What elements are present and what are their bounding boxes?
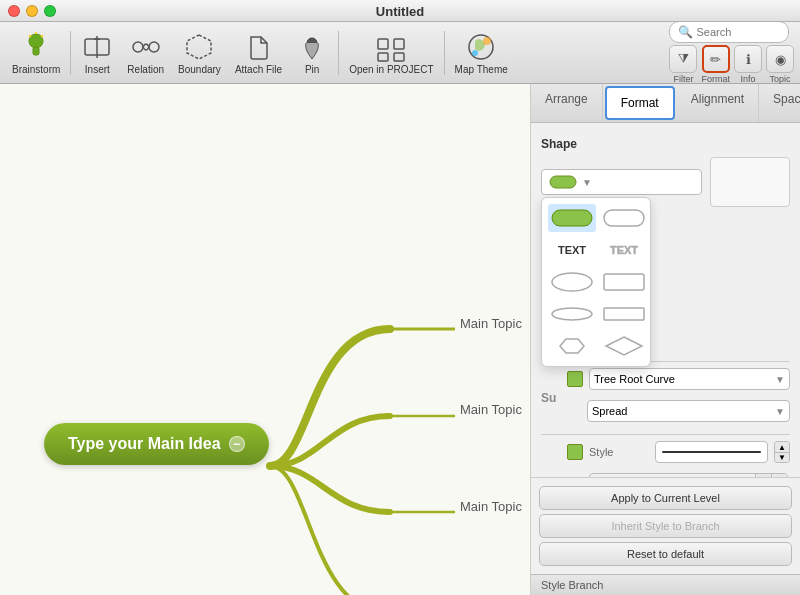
style-down-btn[interactable]: ▼ xyxy=(775,452,789,462)
style-up-btn[interactable]: ▲ xyxy=(775,442,789,452)
tab-arrange[interactable]: Arrange xyxy=(531,84,603,122)
boundary-label: Boundary xyxy=(178,64,221,75)
insert-label: Insert xyxy=(85,64,110,75)
info-button[interactable]: ℹ xyxy=(734,45,762,73)
shape-option-rect[interactable] xyxy=(600,268,648,296)
branch-2[interactable]: Main Topic xyxy=(460,402,522,417)
svg-rect-24 xyxy=(552,210,592,226)
search-icon: 🔍 xyxy=(678,25,693,39)
style-select[interactable]: Tree Root Curve ▼ xyxy=(589,368,790,390)
reset-default-btn[interactable]: Reset to default xyxy=(539,542,792,566)
minimize-button[interactable] xyxy=(26,5,38,17)
open-project-label: Open in PROJECT xyxy=(349,64,433,75)
svg-point-9 xyxy=(149,42,159,52)
toolbar-map-theme[interactable]: Map Theme xyxy=(449,29,514,77)
toolbar-open-project[interactable]: Open in PROJECT xyxy=(343,29,439,77)
svg-point-17 xyxy=(483,37,491,45)
line-color-row: Style ▲ ▼ xyxy=(567,441,790,463)
shape-option-slim-oval[interactable] xyxy=(548,300,596,328)
shape-option-slim-rect[interactable] xyxy=(600,300,648,328)
open-project-icon xyxy=(375,31,407,63)
central-node-text: Type your Main Idea xyxy=(68,435,221,453)
mindmap-svg xyxy=(0,84,530,595)
relation-label: Relation xyxy=(127,64,164,75)
svg-rect-29 xyxy=(604,308,644,320)
tab-format[interactable]: Format xyxy=(605,86,675,120)
toolbar-pin[interactable]: Pin xyxy=(290,29,334,77)
shape-row: ▼ xyxy=(541,157,790,207)
brainstorm-icon xyxy=(20,31,52,63)
apply-current-btn[interactable]: Apply to Current Level xyxy=(539,486,792,510)
svg-line-3 xyxy=(41,35,43,37)
svg-rect-1 xyxy=(33,47,39,55)
map-theme-label: Map Theme xyxy=(455,64,508,75)
svg-rect-23 xyxy=(550,176,576,188)
svg-rect-27 xyxy=(604,274,644,290)
toolbar-boundary[interactable]: Boundary xyxy=(172,29,227,77)
svg-line-2 xyxy=(29,35,31,37)
toolbar-sep-3 xyxy=(444,31,445,75)
shape-section-title: Shape xyxy=(541,137,790,151)
svg-point-26 xyxy=(552,273,592,291)
shape-option-text-outline[interactable]: TEXT xyxy=(600,236,648,264)
toolbar: Brainstorm Insert Relation xyxy=(0,22,800,84)
style-select-row: Tree Root Curve ▼ xyxy=(567,368,790,390)
toolbar-brainstorm[interactable]: Brainstorm xyxy=(6,29,66,77)
shape-popup: TEXT TEXT xyxy=(541,197,651,367)
shape-option-hexagon[interactable] xyxy=(548,332,596,360)
shape-option-text-filled[interactable]: TEXT xyxy=(548,236,596,264)
toolbar-relation[interactable]: Relation xyxy=(121,29,170,77)
svg-rect-13 xyxy=(394,39,404,49)
spread-select-value: Spread xyxy=(592,405,627,417)
style-color-swatch xyxy=(567,371,583,387)
panel-content: Shape ▼ xyxy=(531,123,800,477)
selected-shape-icon xyxy=(548,173,578,191)
maximize-button[interactable] xyxy=(44,5,56,17)
svg-point-28 xyxy=(552,308,592,320)
format-button[interactable]: ✏ xyxy=(702,45,730,73)
line-style-box[interactable] xyxy=(655,441,768,463)
title-bar: Untitled xyxy=(0,0,800,22)
attach-file-icon xyxy=(243,31,275,63)
svg-rect-25 xyxy=(604,210,644,226)
toolbar-insert[interactable]: Insert xyxy=(75,29,119,77)
search-input[interactable] xyxy=(696,26,786,38)
right-panel: Arrange Format Alignment Spacing Shape xyxy=(530,84,800,595)
svg-rect-12 xyxy=(378,39,388,49)
collapse-button[interactable]: − xyxy=(229,436,245,452)
shape-preview xyxy=(710,157,790,207)
brainstorm-label: Brainstorm xyxy=(12,64,60,75)
toolbar-attach-file[interactable]: Attach File xyxy=(229,29,288,77)
central-node[interactable]: Type your Main Idea − xyxy=(44,423,269,465)
filter-button[interactable]: ⧩ xyxy=(669,45,697,73)
branch-1[interactable]: Main Topic xyxy=(460,316,522,331)
shape-option-outline-rounded[interactable] xyxy=(600,204,648,232)
sub-section-label: Su xyxy=(541,391,561,405)
close-button[interactable] xyxy=(8,5,20,17)
tab-alignment[interactable]: Alignment xyxy=(677,84,759,122)
canvas[interactable]: Type your Main Idea − Main Topic Main To… xyxy=(0,84,530,595)
line-style-preview xyxy=(662,451,761,453)
toolbar-icon-buttons: ⧩ Filter ✏ Format ℹ Info ◉ Topic xyxy=(669,45,794,84)
pin-label: Pin xyxy=(305,64,319,75)
bottom-buttons: Apply to Current Level Inherit Style to … xyxy=(531,477,800,574)
svg-point-18 xyxy=(472,50,478,56)
map-theme-icon xyxy=(465,31,497,63)
toolbar-right: 🔍 ⧩ Filter ✏ Format ℹ Info ◉ Topic xyxy=(669,21,794,84)
shape-option-oval[interactable] xyxy=(548,268,596,296)
style-select-value: Tree Root Curve xyxy=(594,373,675,385)
svg-point-8 xyxy=(133,42,143,52)
style-label: Style xyxy=(589,446,649,458)
spread-select[interactable]: Spread ▼ xyxy=(587,400,790,422)
shape-option-diamond[interactable] xyxy=(600,332,648,360)
window-controls xyxy=(8,5,56,17)
search-bar[interactable]: 🔍 xyxy=(669,21,789,43)
tab-spacing[interactable]: Spacing xyxy=(759,84,800,122)
branch-3[interactable]: Main Topic xyxy=(460,499,522,514)
relation-icon xyxy=(130,31,162,63)
inherit-style-btn[interactable]: Inherit Style to Branch xyxy=(539,514,792,538)
topic-button[interactable]: ◉ xyxy=(766,45,794,73)
shape-option-filled-rounded[interactable] xyxy=(548,204,596,232)
tab-bar: Arrange Format Alignment Spacing xyxy=(531,84,800,123)
shape-dropdown[interactable]: ▼ xyxy=(541,169,702,195)
